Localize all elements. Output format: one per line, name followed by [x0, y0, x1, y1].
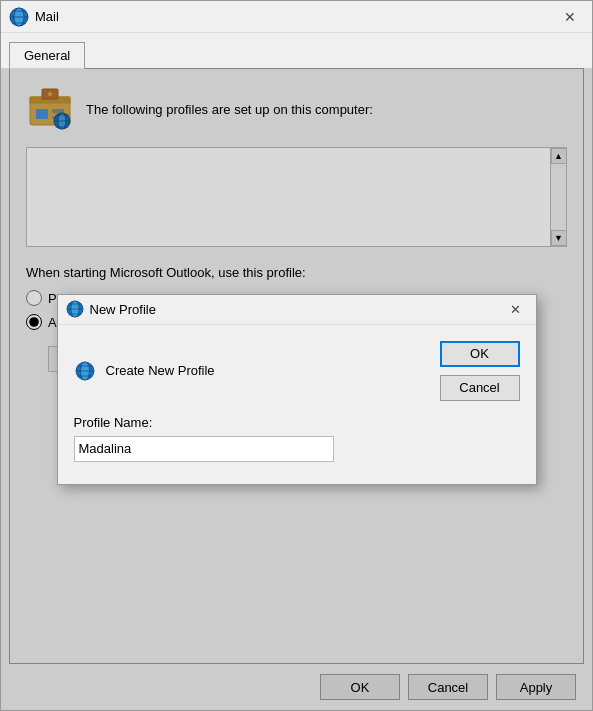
- dialog-ok-button[interactable]: OK: [440, 341, 520, 367]
- tab-bar: General: [1, 33, 592, 68]
- tab-general[interactable]: General: [9, 42, 85, 69]
- dialog-icon: [66, 300, 84, 318]
- dialog-cancel-button[interactable]: Cancel: [440, 375, 520, 401]
- profiles-list-area[interactable]: ▲ ▼: [26, 147, 567, 247]
- profile-name-row: Profile Name:: [74, 415, 520, 462]
- tab-content-wrapper: The following profiles are set up on thi…: [1, 68, 592, 710]
- dialog-title-text: New Profile: [90, 302, 504, 317]
- dialog-close-button[interactable]: ✕: [504, 299, 528, 319]
- dialog-row-icon: [74, 360, 96, 382]
- scrollbar: ▲ ▼: [550, 148, 566, 246]
- cancel-button[interactable]: Cancel: [408, 674, 488, 700]
- radio-always-input[interactable]: [26, 314, 42, 330]
- create-profile-label: Create New Profile: [106, 363, 430, 378]
- ok-button[interactable]: OK: [320, 674, 400, 700]
- profile-name-label: Profile Name:: [74, 415, 520, 430]
- dialog-title-bar: New Profile ✕: [58, 295, 536, 325]
- svg-rect-10: [52, 109, 64, 113]
- svg-rect-9: [36, 109, 48, 119]
- create-profile-row: Create New Profile OK Cancel: [74, 341, 520, 401]
- window-title: Mail: [35, 9, 556, 24]
- scroll-up-arrow[interactable]: ▲: [551, 148, 567, 164]
- profile-header-icon: [26, 85, 74, 133]
- main-window: Mail ✕ General: [0, 0, 593, 711]
- mail-icon: [9, 7, 29, 27]
- profile-name-input[interactable]: [74, 436, 334, 462]
- close-button[interactable]: ✕: [556, 6, 584, 28]
- dialog-buttons-col: OK Cancel: [440, 341, 520, 401]
- svg-point-8: [48, 92, 52, 96]
- title-bar: Mail ✕: [1, 1, 592, 33]
- profile-header: The following profiles are set up on thi…: [26, 85, 567, 133]
- profile-header-text: The following profiles are set up on thi…: [86, 102, 373, 117]
- footer-buttons: OK Cancel Apply: [1, 664, 592, 710]
- scroll-down-arrow[interactable]: ▼: [551, 230, 567, 246]
- new-profile-dialog: New Profile ✕: [57, 294, 537, 485]
- when-starting-label: When starting Microsoft Outlook, use thi…: [26, 265, 567, 280]
- apply-button[interactable]: Apply: [496, 674, 576, 700]
- window-body: General: [1, 33, 592, 710]
- dialog-content: Create New Profile OK Cancel Profile Nam…: [58, 325, 536, 484]
- radio-prompt-input[interactable]: [26, 290, 42, 306]
